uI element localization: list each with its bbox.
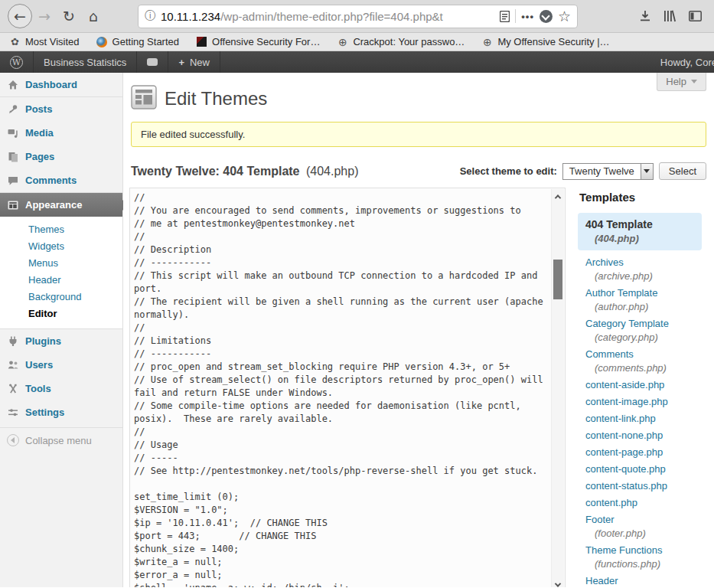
bookmark-star-icon[interactable]: ☆ [558, 8, 571, 24]
submenu-background[interactable]: Background [0, 289, 122, 305]
pocket-icon[interactable] [540, 10, 553, 23]
wp-admin-bar: W Business Statistics +New Howdy, Core [0, 51, 714, 73]
site-info-icon[interactable]: ⓘ [145, 9, 155, 23]
url-separator [515, 9, 516, 23]
sidebar-item-users[interactable]: Users [0, 353, 122, 377]
template-item[interactable]: content-status.php [578, 480, 708, 492]
most-visited-icon: ✿ [9, 36, 21, 47]
template-item[interactable]: Theme Functions (functions.php) [578, 544, 708, 570]
plugin-icon [6, 335, 20, 348]
bookmark-offsec-forum[interactable]: Offensive Security For… [196, 36, 320, 47]
code-editor-container: // // You are encouraged to send comment… [129, 188, 566, 587]
template-item[interactable]: Category Template (category.php) [578, 318, 708, 343]
wp-logo-menu[interactable]: W [0, 51, 34, 73]
users-icon [6, 359, 20, 371]
home-button[interactable]: ⌂ [81, 4, 106, 28]
submenu-editor[interactable]: Editor [0, 305, 122, 322]
template-item[interactable]: content-quote.php [578, 463, 708, 475]
template-item[interactable]: Archives (archive.php) [578, 256, 708, 282]
url-text[interactable]: 10.11.1.234/wp-admin/theme-editor.php?fi… [161, 10, 494, 23]
submenu-menus[interactable]: Menus [0, 255, 122, 272]
select-theme-button[interactable]: Select [659, 162, 706, 180]
main-content: Help Edit Themes File edited successfull… [123, 73, 714, 587]
settings-icon [6, 407, 20, 419]
success-notice: File edited successfully. [131, 122, 706, 147]
collapse-arrow-icon [7, 434, 19, 446]
sidebar-item-media[interactable]: Media [0, 121, 122, 145]
site-name: Business Statistics [44, 57, 126, 68]
sidebar-item-comments[interactable]: Comments [0, 168, 122, 192]
new-content-menu[interactable]: +New [168, 51, 220, 73]
globe-icon: ⊕ [481, 36, 493, 47]
browser-toolbar: ← → ↻ ⌂ ⓘ 10.11.1.234/wp-admin/theme-edi… [0, 0, 714, 33]
template-item[interactable]: content-aside.php [578, 379, 708, 390]
bookmark-crackpot[interactable]: ⊕ Crackpot: Your passwo… [337, 36, 465, 47]
sidebar-item-posts[interactable]: Posts [0, 97, 122, 121]
sidebars-icon[interactable] [689, 11, 702, 21]
editor-scrollbar[interactable] [551, 189, 564, 587]
url-bar[interactable]: ⓘ 10.11.1.234/wp-admin/theme-editor.php?… [138, 5, 578, 28]
appearance-submenu: Themes Widgets Menus Header Background E… [0, 217, 122, 328]
howdy-account-menu[interactable]: Howdy, Core [660, 57, 714, 68]
page-title: Edit Themes [165, 88, 267, 109]
template-item[interactable]: Header (header.php) [578, 575, 708, 587]
pages-icon [6, 151, 20, 163]
page-actions-icon[interactable]: ••• [521, 11, 534, 22]
template-item[interactable]: content-image.php [578, 396, 708, 407]
scrollbar-thumb[interactable] [553, 260, 562, 299]
bookmark-most-visited[interactable]: ✿ Most Visited [9, 36, 80, 47]
bookmarks-bar: ✿ Most Visited Getting Started Offensive… [0, 33, 714, 51]
media-icon [6, 127, 20, 139]
bookmark-label: Most Visited [25, 36, 80, 47]
bookmark-label: Crackpot: Your passwo… [353, 36, 465, 47]
sidebar-item-tools[interactable]: Tools [0, 377, 122, 400]
sidebar-item-settings[interactable]: Settings [0, 400, 122, 424]
library-icon[interactable] [663, 10, 677, 22]
comment-bubble-icon [147, 58, 158, 66]
template-item[interactable]: Comments (comments.php) [578, 348, 708, 374]
select-theme-label: Select theme to edit: [460, 165, 557, 177]
tools-icon [6, 383, 20, 395]
template-item[interactable]: content-link.php [578, 413, 708, 424]
appearance-icon [6, 199, 20, 211]
sidebar-item-pages[interactable]: Pages [0, 145, 122, 168]
sidebar-item-appearance[interactable]: Appearance [0, 193, 122, 217]
scroll-up-arrow[interactable] [552, 191, 564, 202]
site-name-menu[interactable]: Business Statistics [34, 51, 137, 73]
template-item[interactable]: content-page.php [578, 446, 708, 458]
template-item[interactable]: content.php [578, 497, 708, 508]
template-filename: (404.php) [306, 165, 359, 178]
reload-button[interactable]: ↻ [57, 4, 81, 28]
scroll-down-arrow[interactable] [552, 579, 564, 587]
template-item[interactable]: Footer (footer.php) [578, 514, 708, 539]
bookmark-label: Offensive Security For… [212, 36, 320, 47]
offsec-favicon [196, 36, 207, 47]
collapse-menu-button[interactable]: Collapse menu [0, 428, 122, 452]
templates-sidebar: Templates 404 Template (404.php) Archive… [578, 188, 708, 587]
reader-mode-icon[interactable] [500, 11, 510, 22]
globe-icon: ⊕ [337, 36, 348, 47]
dropdown-arrow-icon [641, 164, 653, 179]
theme-select-dropdown[interactable]: Twenty Twelve [562, 163, 654, 180]
bookmark-label: My Offensive Security |… [497, 36, 609, 47]
back-button[interactable]: ← [8, 4, 32, 28]
help-button[interactable]: Help [657, 73, 706, 91]
bookmark-getting-started[interactable]: Getting Started [96, 36, 179, 47]
template-item-current[interactable]: 404 Template (404.php) [578, 213, 702, 250]
sidebar-item-plugins[interactable]: Plugins [0, 329, 122, 353]
template-item[interactable]: Author Template (author.php) [578, 287, 708, 312]
wp-admin-menu: Dashboard Posts Media Pages Comments App… [0, 73, 123, 587]
submenu-header[interactable]: Header [0, 272, 122, 289]
submenu-themes[interactable]: Themes [0, 221, 122, 238]
code-editor-textarea[interactable]: // // You are encouraged to send comment… [130, 188, 565, 587]
forward-button[interactable]: → [32, 4, 57, 28]
new-label: New [190, 57, 210, 68]
submenu-widgets[interactable]: Widgets [0, 238, 122, 255]
bookmark-my-offsec[interactable]: ⊕ My Offensive Security |… [481, 36, 609, 47]
comments-shortcut[interactable] [137, 51, 168, 73]
downloads-icon[interactable] [639, 10, 651, 22]
sidebar-item-dashboard[interactable]: Dashboard [0, 73, 122, 96]
template-item[interactable]: content-none.php [578, 430, 708, 441]
file-heading: Twenty Twelve: 404 Template (404.php) [131, 165, 358, 178]
edit-themes-icon [131, 85, 157, 113]
